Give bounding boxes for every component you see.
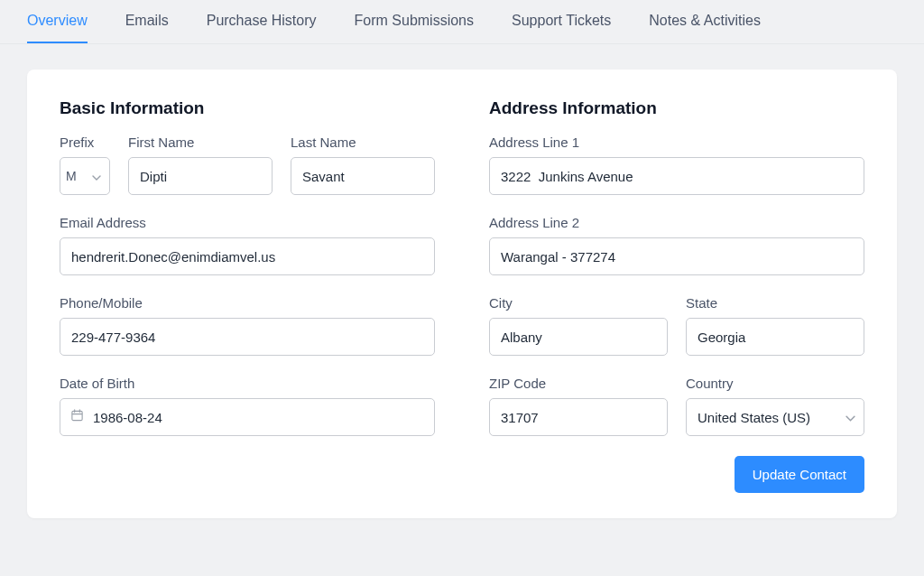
address-info-section: Address Information Address Line 1 Addre… [489, 98, 864, 436]
zip-label: ZIP Code [489, 376, 668, 391]
prefix-label: Prefix [60, 135, 110, 150]
contact-card: Basic Information Prefix M First Name [27, 70, 897, 518]
city-label: City [489, 295, 668, 311]
first-name-label: First Name [128, 135, 273, 150]
email-input[interactable] [60, 237, 435, 275]
update-contact-button[interactable]: Update Contact [735, 456, 864, 493]
tab-support-tickets[interactable]: Support Tickets [512, 13, 611, 43]
tabs-bar: Overview Emails Purchase History Form Su… [0, 0, 924, 44]
country-select[interactable]: United States (US) [686, 398, 864, 436]
phone-input[interactable] [60, 318, 435, 356]
last-name-label: Last Name [291, 135, 435, 150]
address1-label: Address Line 1 [489, 135, 864, 150]
address2-input[interactable] [489, 237, 864, 275]
first-name-input[interactable] [128, 157, 273, 195]
phone-label: Phone/Mobile [60, 295, 435, 311]
country-value: United States (US) [698, 410, 810, 425]
tab-overview[interactable]: Overview [27, 13, 88, 43]
dob-label: Date of Birth [60, 376, 435, 391]
basic-info-title: Basic Information [60, 98, 435, 118]
dob-input[interactable] [60, 398, 435, 436]
tab-form-submissions[interactable]: Form Submissions [355, 13, 474, 43]
address-info-title: Address Information [489, 98, 864, 118]
prefix-value: M [66, 169, 77, 183]
city-input[interactable] [489, 318, 668, 356]
tab-purchase-history[interactable]: Purchase History [207, 13, 317, 43]
country-label: Country [686, 376, 864, 391]
zip-input[interactable] [489, 398, 668, 436]
state-input[interactable] [686, 318, 864, 356]
prefix-select[interactable]: M [60, 157, 110, 195]
last-name-input[interactable] [291, 157, 435, 195]
email-label: Email Address [60, 215, 435, 230]
tab-notes-activities[interactable]: Notes & Activities [649, 13, 761, 43]
address2-label: Address Line 2 [489, 215, 864, 230]
tab-emails[interactable]: Emails [125, 13, 169, 43]
basic-info-section: Basic Information Prefix M First Name [60, 98, 435, 436]
state-label: State [686, 295, 864, 311]
address1-input[interactable] [489, 157, 864, 195]
